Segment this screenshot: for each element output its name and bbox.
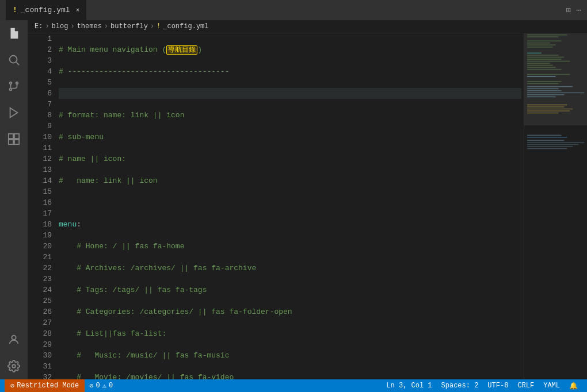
svg-rect-8	[9, 134, 13, 139]
error-icon: ⊘	[89, 382, 93, 390]
restricted-mode-button[interactable]: ⊘ Restricted Mode	[5, 379, 85, 392]
breadcrumb-themes[interactable]: themes	[77, 22, 102, 30]
svg-point-13	[12, 364, 16, 368]
run-debug-icon[interactable]	[5, 104, 22, 121]
code-line-4: # format: name: link || icon	[59, 110, 521, 121]
svg-rect-45	[527, 137, 567, 138]
split-editor-icon[interactable]: ⊞	[566, 5, 570, 15]
svg-rect-30	[527, 76, 556, 77]
cursor-position[interactable]: Ln 3, Col 1	[382, 379, 436, 392]
breadcrumb-file[interactable]: _config.yml	[163, 22, 208, 30]
svg-point-5	[16, 82, 18, 84]
window-controls: ⊞ ⋯	[566, 5, 581, 15]
svg-rect-43	[527, 113, 559, 114]
settings-icon[interactable]	[5, 358, 22, 375]
status-left: ⊘ Restricted Mode ⊘ 0 ⚠ 0	[5, 379, 117, 392]
encoding-button[interactable]: UTF-8	[483, 379, 513, 392]
active-tab[interactable]: ! _config.yml ×	[6, 0, 86, 20]
warning-count: 0	[109, 382, 113, 390]
svg-rect-0	[12, 33, 16, 34]
svg-rect-23	[527, 59, 561, 60]
code-line-2: # ------------------------------------	[59, 66, 521, 77]
code-editor[interactable]: 1234567891011121314151617181920212223242…	[28, 33, 524, 379]
code-line-8	[59, 197, 521, 208]
accounts-icon[interactable]	[5, 331, 22, 348]
svg-rect-36	[527, 92, 584, 93]
svg-rect-14	[527, 34, 567, 36]
code-line-5: # sub-menu	[59, 132, 521, 143]
svg-rect-17	[527, 43, 550, 44]
svg-rect-29	[527, 74, 570, 75]
svg-marker-7	[10, 108, 18, 118]
breadcrumb-butterfly[interactable]: butterfly	[110, 22, 148, 30]
svg-rect-24	[527, 61, 570, 62]
editor-with-minimap: 1234567891011121314151617181920212223242…	[28, 33, 587, 379]
error-count: 0	[96, 382, 100, 390]
code-line-14: # List||fas fa-list:	[59, 328, 521, 339]
svg-point-4	[10, 89, 12, 91]
code-content[interactable]: # Main menu navigation (導航目錄) # --------…	[56, 33, 524, 379]
code-line-9: menu:	[59, 219, 521, 230]
restricted-mode-label: Restricted Mode	[17, 382, 79, 390]
feedback-icon: 🔔	[569, 382, 578, 390]
tab-close-button[interactable]: ×	[76, 7, 80, 14]
code-line-6: # name || icon:	[59, 153, 521, 164]
svg-rect-39	[527, 105, 567, 106]
main-layout: E: › blog › themes › butterfly › ! _conf…	[0, 20, 587, 379]
line-ending-label: CRLF	[517, 382, 534, 390]
search-icon[interactable]	[5, 51, 22, 68]
svg-rect-42	[527, 110, 570, 112]
code-line-16: # Movie: /movies/ || fas fa-video	[59, 372, 521, 379]
svg-rect-41	[527, 109, 573, 110]
breadcrumb-drive: E:	[35, 22, 43, 30]
feedback-button[interactable]: 🔔	[565, 379, 582, 392]
svg-rect-48	[527, 144, 578, 145]
titlebar: ! _config.yml × ⊞ ⋯	[0, 0, 587, 20]
svg-rect-19	[527, 47, 553, 48]
explorer-icon[interactable]	[5, 25, 22, 42]
svg-rect-18	[527, 44, 556, 45]
extensions-icon[interactable]	[5, 130, 22, 148]
minimap-visual	[524, 33, 587, 379]
language-label: YAML	[543, 382, 560, 390]
svg-rect-26	[527, 65, 553, 66]
svg-rect-21	[527, 55, 559, 56]
status-right: Ln 3, Col 1 Spaces: 2 UTF-8 CRLF YAML 🔔	[382, 379, 582, 392]
code-line-11: # Archives: /archives/ || fas fa-archive	[59, 263, 521, 274]
svg-rect-40	[527, 106, 564, 107]
more-actions-icon[interactable]: ⋯	[577, 5, 581, 15]
svg-rect-25	[527, 63, 550, 64]
source-control-icon[interactable]	[5, 78, 22, 95]
breadcrumb-blog[interactable]: blog	[52, 22, 68, 30]
svg-rect-38	[527, 96, 556, 97]
errors-button[interactable]: ⊘ 0 ⚠ 0	[85, 379, 117, 392]
svg-rect-35	[527, 90, 561, 91]
svg-rect-11	[14, 140, 19, 144]
svg-rect-32	[527, 83, 559, 84]
code-line-7: # name: link || icon	[59, 175, 521, 186]
tab-dirty-icon: !	[13, 6, 17, 14]
activity-bar-bottom	[5, 331, 22, 379]
code-line-15: # Music: /music/ || fas fa-music	[59, 350, 521, 361]
svg-point-6	[10, 82, 12, 84]
code-line-13: # Categories: /categories/ || fas fa-fol…	[59, 306, 521, 317]
position-label: Ln 3, Col 1	[386, 382, 432, 390]
restricted-mode-icon: ⊘	[10, 382, 14, 390]
code-line-1: # Main menu navigation (導航目錄)	[59, 44, 521, 55]
svg-rect-34	[527, 88, 559, 89]
svg-rect-20	[527, 53, 542, 54]
language-button[interactable]: YAML	[539, 379, 565, 392]
code-line-10: # Home: / || fas fa-home	[59, 241, 521, 252]
minimap	[524, 33, 587, 379]
svg-point-2	[10, 56, 17, 63]
line-numbers: 1234567891011121314151617181920212223242…	[28, 33, 56, 379]
svg-rect-27	[527, 67, 556, 68]
svg-rect-15	[527, 36, 559, 37]
indentation[interactable]: Spaces: 2	[437, 379, 483, 392]
activity-bar	[0, 20, 28, 379]
warning-icon: ⚠	[102, 382, 106, 390]
status-bar: ⊘ Restricted Mode ⊘ 0 ⚠ 0 Ln 3, Col 1 Sp…	[0, 379, 587, 392]
code-line-12: # Tags: /tags/ || fas fa-tags	[59, 285, 521, 295]
svg-line-3	[16, 62, 19, 65]
line-ending-button[interactable]: CRLF	[513, 379, 539, 392]
